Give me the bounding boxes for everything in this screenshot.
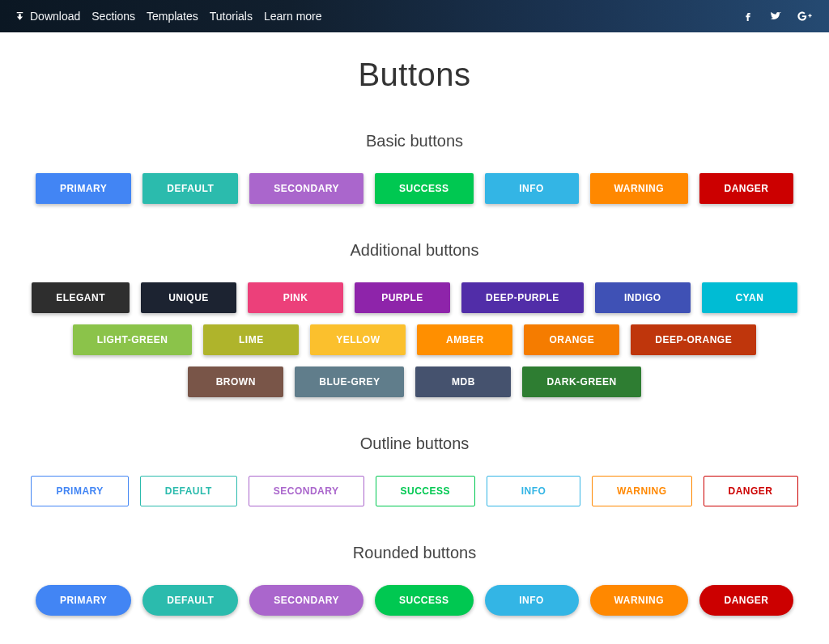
additional-button-row: ELEGANT UNIQUE PINK PURPLE DEEP-PURPLE I… — [26, 282, 803, 397]
additional-amber-button[interactable]: AMBER — [417, 324, 512, 355]
nav-item-label: Download — [30, 10, 80, 23]
basic-info-button[interactable]: INFO — [485, 173, 579, 204]
nav-download[interactable]: Download — [15, 10, 80, 23]
outline-info-button[interactable]: INFO — [487, 476, 580, 506]
section-basic: Basic buttons PRIMARY DEFAULT SECONDARY … — [24, 132, 805, 204]
twitter-icon[interactable] — [769, 10, 782, 23]
section-additional: Additional buttons ELEGANT UNIQUE PINK P… — [24, 241, 805, 397]
additional-elegant-button[interactable]: ELEGANT — [32, 282, 130, 313]
nav-right — [742, 10, 814, 23]
page: Buttons Basic buttons PRIMARY DEFAULT SE… — [0, 32, 829, 616]
additional-deep-purple-button[interactable]: DEEP-PURPLE — [461, 282, 584, 313]
additional-orange-button[interactable]: ORANGE — [524, 324, 619, 355]
facebook-icon[interactable] — [742, 10, 755, 23]
navbar: Download Sections Templates Tutorials Le… — [0, 0, 829, 32]
additional-dark-green-button[interactable]: DARK-GREEN — [522, 366, 640, 397]
nav-item-label: Tutorials — [210, 10, 253, 23]
section-outline: Outline buttons PRIMARY DEFAULT SECONDAR… — [24, 434, 805, 506]
outline-button-row: PRIMARY DEFAULT SECONDARY SUCCESS INFO W… — [24, 476, 805, 506]
nav-templates[interactable]: Templates — [147, 10, 198, 23]
rounded-button-row: PRIMARY DEFAULT SECONDARY SUCCESS INFO W… — [24, 585, 805, 616]
rounded-default-button[interactable]: DEFAULT — [142, 585, 238, 616]
rounded-info-button[interactable]: INFO — [485, 585, 579, 616]
rounded-success-button[interactable]: SUCCESS — [375, 585, 474, 616]
basic-default-button[interactable]: DEFAULT — [142, 173, 238, 204]
nav-sections[interactable]: Sections — [91, 10, 135, 23]
outline-success-button[interactable]: SUCCESS — [376, 476, 476, 506]
additional-deep-orange-button[interactable]: DEEP-ORANGE — [631, 324, 756, 355]
basic-button-row: PRIMARY DEFAULT SECONDARY SUCCESS INFO W… — [24, 173, 805, 204]
google-plus-icon[interactable] — [797, 10, 814, 23]
section-title: Basic buttons — [24, 132, 805, 150]
nav-item-label: Sections — [91, 10, 135, 23]
outline-secondary-button[interactable]: SECONDARY — [249, 476, 364, 506]
rounded-primary-button[interactable]: PRIMARY — [36, 585, 131, 616]
outline-default-button[interactable]: DEFAULT — [140, 476, 237, 506]
additional-unique-button[interactable]: UNIQUE — [141, 282, 236, 313]
section-title: Additional buttons — [24, 241, 805, 260]
page-title: Buttons — [24, 57, 805, 93]
nav-learn-more[interactable]: Learn more — [264, 10, 322, 23]
basic-danger-button[interactable]: DANGER — [699, 173, 793, 204]
section-title: Rounded buttons — [24, 544, 805, 562]
additional-yellow-button[interactable]: YELLOW — [310, 324, 406, 355]
additional-brown-button[interactable]: BROWN — [188, 366, 283, 397]
nav-left: Download Sections Templates Tutorials Le… — [15, 10, 322, 23]
rounded-warning-button[interactable]: WARNING — [590, 585, 689, 616]
basic-secondary-button[interactable]: SECONDARY — [249, 173, 363, 204]
basic-warning-button[interactable]: WARNING — [590, 173, 689, 204]
section-title: Outline buttons — [24, 434, 805, 453]
outline-primary-button[interactable]: PRIMARY — [31, 476, 128, 506]
additional-lime-button[interactable]: LIME — [203, 324, 299, 355]
additional-purple-button[interactable]: PURPLE — [355, 282, 450, 313]
additional-cyan-button[interactable]: CYAN — [702, 282, 797, 313]
section-rounded: Rounded buttons PRIMARY DEFAULT SECONDAR… — [24, 544, 805, 616]
additional-pink-button[interactable]: PINK — [248, 282, 343, 313]
nav-tutorials[interactable]: Tutorials — [210, 10, 253, 23]
outline-warning-button[interactable]: WARNING — [592, 476, 692, 506]
rounded-secondary-button[interactable]: SECONDARY — [249, 585, 363, 616]
basic-primary-button[interactable]: PRIMARY — [36, 173, 131, 204]
nav-item-label: Templates — [147, 10, 198, 23]
basic-success-button[interactable]: SUCCESS — [375, 173, 474, 204]
additional-mdb-button[interactable]: MDB — [415, 366, 511, 397]
outline-danger-button[interactable]: DANGER — [704, 476, 798, 506]
additional-light-green-button[interactable]: LIGHT-GREEN — [73, 324, 193, 355]
nav-item-label: Learn more — [264, 10, 322, 23]
additional-blue-grey-button[interactable]: BLUE-GREY — [295, 366, 404, 397]
additional-indigo-button[interactable]: INDIGO — [595, 282, 691, 313]
download-icon — [15, 11, 25, 22]
rounded-danger-button[interactable]: DANGER — [699, 585, 793, 616]
